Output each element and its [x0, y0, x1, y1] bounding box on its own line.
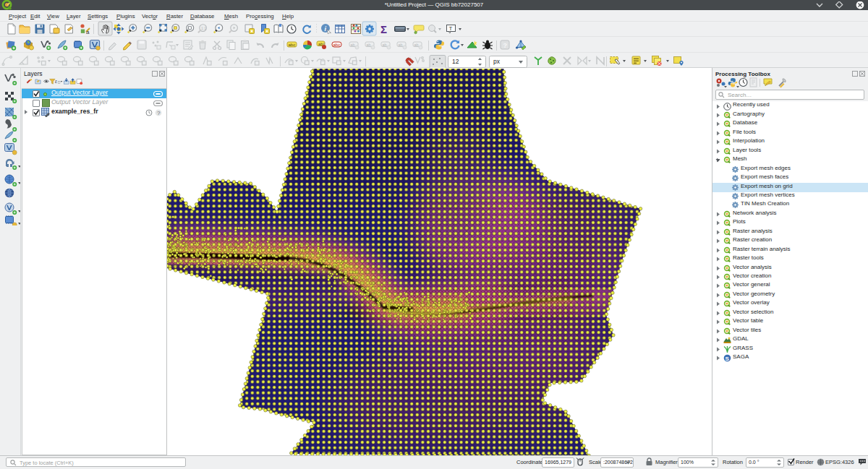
svg-text:?: ?: [157, 110, 161, 116]
svg-text:px: px: [493, 58, 501, 65]
svg-text:ab: ab: [399, 43, 403, 47]
svg-text:Σ: Σ: [380, 23, 387, 35]
svg-text:ab: ab: [383, 43, 387, 47]
svg-text:ab: ab: [367, 43, 371, 47]
svg-text:ab: ab: [414, 43, 419, 47]
svg-text:?: ?: [503, 42, 508, 49]
svg-text:ε: ε: [55, 78, 58, 83]
svg-text:S: S: [726, 356, 730, 362]
svg-text:12: 12: [452, 58, 459, 65]
svg-text:ab: ab: [351, 43, 355, 47]
svg-text:abc: abc: [333, 43, 341, 47]
svg-text:T: T: [449, 25, 453, 32]
svg-text:a: a: [86, 29, 90, 35]
svg-text:abc: abc: [289, 43, 296, 47]
svg-text:1:1: 1:1: [201, 26, 206, 30]
